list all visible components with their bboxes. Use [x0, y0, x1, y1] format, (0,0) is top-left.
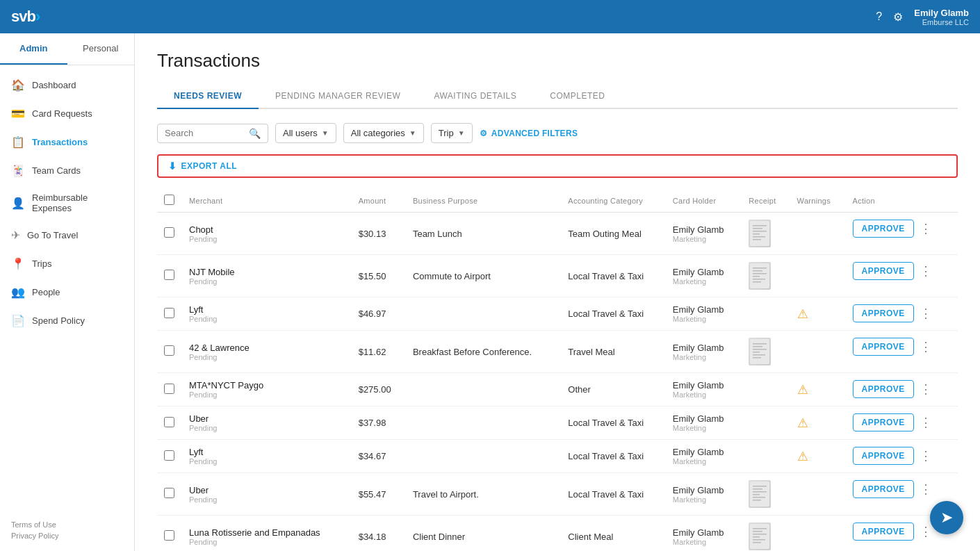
card-holder-name: Emily Glamb — [673, 304, 735, 315]
home-icon: 🏠 — [11, 79, 25, 92]
svg-rect-8 — [753, 268, 767, 269]
help-icon[interactable]: ? — [876, 10, 882, 23]
more-options-button[interactable]: ⋮ — [917, 306, 935, 321]
approve-button[interactable]: APPROVE — [853, 262, 914, 280]
svg-rect-4 — [753, 233, 760, 235]
row-checkbox[interactable] — [164, 345, 174, 356]
privacy-link[interactable]: Privacy Policy — [11, 532, 123, 540]
filter-bar: 🔍 All users ▼ All categories ▼ Trip ▼ ⚙ … — [157, 123, 958, 143]
svg-rect-18 — [753, 352, 760, 353]
approve-button[interactable]: APPROVE — [853, 523, 914, 541]
approve-button[interactable]: APPROVE — [853, 480, 914, 498]
advanced-filters-label: ADVANCED FILTERS — [491, 129, 578, 138]
sidebar-tab-personal[interactable]: Personal — [67, 33, 135, 65]
sidebar-item-spend-policy[interactable]: 📄 Spend Policy — [0, 306, 134, 335]
users-dropdown[interactable]: All users ▼ — [275, 123, 336, 143]
svg-rect-3 — [753, 231, 767, 232]
tab-awaiting-details[interactable]: AWAITING DETAILS — [417, 84, 533, 109]
card-holder-name: Emily Glamb — [673, 413, 735, 424]
merchant-name: Lyft — [189, 447, 345, 457]
user-menu[interactable]: Emily Glamb Emburse LLC — [914, 8, 969, 26]
row-checkbox[interactable] — [164, 417, 174, 427]
merchant-name: Uber — [189, 485, 345, 495]
business-purpose — [406, 406, 561, 440]
approve-button[interactable]: APPROVE — [853, 380, 914, 398]
pending-status: Pending — [189, 315, 345, 323]
export-all-button[interactable]: ⬇ EXPORT ALL — [157, 154, 958, 178]
card-holder-dept: Marketing — [673, 495, 735, 504]
accounting-category: Local Travel & Taxi — [561, 406, 666, 440]
row-checkbox[interactable] — [164, 384, 174, 394]
logo: svb› — [11, 8, 40, 26]
table-row: NJT MobilePending$15.50Commute to Airpor… — [157, 255, 958, 297]
search-box[interactable]: 🔍 — [157, 124, 268, 143]
receipt-thumbnail[interactable] — [749, 523, 771, 550]
approve-button[interactable]: APPROVE — [853, 413, 914, 431]
more-options-button[interactable]: ⋮ — [917, 263, 935, 279]
sidebar-item-people[interactable]: 👥 People — [0, 278, 134, 306]
receipt-thumbnail[interactable] — [749, 220, 771, 247]
chat-fab-button[interactable]: ➤ — [930, 501, 963, 534]
row-checkbox[interactable] — [164, 227, 174, 238]
sidebar-item-card-requests[interactable]: 💳 Card Requests — [0, 99, 134, 128]
chevron-down-icon: ▼ — [409, 129, 416, 137]
receipt-thumbnail[interactable] — [749, 338, 771, 365]
sidebar-tab-admin[interactable]: Admin — [0, 33, 67, 65]
accounting-category: Other — [561, 373, 666, 406]
transaction-amount: $15.50 — [359, 271, 386, 281]
more-options-button[interactable]: ⋮ — [917, 381, 935, 397]
tab-completed[interactable]: COMPLETED — [533, 84, 621, 109]
warning-icon: ⚠ — [797, 383, 808, 397]
select-all-checkbox[interactable] — [164, 195, 174, 205]
sidebar-item-team-cards[interactable]: 🃏 Team Cards — [0, 156, 134, 185]
approve-button[interactable]: APPROVE — [853, 304, 914, 322]
accounting-category: Client Meal — [561, 516, 666, 552]
sidebar-item-dashboard[interactable]: 🏠 Dashboard — [0, 71, 134, 99]
sidebar-item-trips[interactable]: 📍 Trips — [0, 249, 134, 278]
settings-icon[interactable]: ⚙ — [893, 10, 903, 24]
row-checkbox[interactable] — [164, 488, 174, 498]
approve-button[interactable]: APPROVE — [853, 447, 914, 465]
pending-status: Pending — [189, 390, 345, 399]
card-holder-dept: Marketing — [673, 277, 735, 286]
row-checkbox[interactable] — [164, 450, 174, 461]
tab-needs-review[interactable]: NEEDS REVIEW — [157, 84, 259, 109]
merchant-name: Uber — [189, 413, 345, 424]
top-nav-right: ? ⚙ Emily Glamb Emburse LLC — [876, 8, 969, 26]
transaction-amount: $275.00 — [359, 384, 391, 395]
categories-dropdown[interactable]: All categories ▼ — [343, 123, 424, 143]
more-options-button[interactable]: ⋮ — [917, 339, 935, 354]
tab-pending-manager-review[interactable]: PENDING MANAGER REVIEW — [259, 84, 417, 109]
advanced-filters-btn[interactable]: ⚙ ADVANCED FILTERS — [480, 129, 578, 138]
business-purpose: Travel to Airport. — [406, 473, 561, 516]
more-options-button[interactable]: ⋮ — [917, 448, 935, 463]
approve-button[interactable]: APPROVE — [853, 220, 914, 238]
terms-link[interactable]: Terms of Use — [11, 520, 123, 529]
sidebar-item-transactions[interactable]: 📋 Transactions — [0, 128, 134, 156]
search-input[interactable] — [165, 128, 249, 138]
row-checkbox[interactable] — [164, 530, 174, 541]
row-checkbox[interactable] — [164, 308, 174, 318]
row-checkbox[interactable] — [164, 270, 174, 280]
receipt-thumbnail[interactable] — [749, 480, 771, 508]
more-options-button[interactable]: ⋮ — [917, 221, 935, 236]
transaction-amount: $46.97 — [359, 309, 386, 319]
sidebar-item-go-to-travel[interactable]: ✈ Go To Travel — [0, 221, 134, 249]
card-holder-dept: Marketing — [673, 353, 735, 361]
svg-rect-34 — [753, 542, 761, 543]
warning-icon: ⚠ — [797, 307, 808, 321]
svg-rect-15 — [753, 343, 767, 345]
receipt-thumbnail[interactable] — [749, 262, 771, 290]
sidebar-item-reimbursable-expenses[interactable]: 👤 Reimbursable Expenses — [0, 185, 134, 221]
people-icon: 👥 — [11, 286, 25, 299]
pending-status: Pending — [189, 538, 345, 546]
col-merchant: Merchant — [182, 189, 352, 213]
approve-button[interactable]: APPROVE — [853, 338, 914, 356]
accounting-category: Team Outing Meal — [561, 213, 666, 255]
merchant-name: NJT Mobile — [189, 267, 345, 277]
transaction-amount: $34.18 — [359, 532, 386, 542]
business-purpose — [406, 373, 561, 406]
more-options-button[interactable]: ⋮ — [917, 415, 935, 430]
more-options-button[interactable]: ⋮ — [917, 482, 935, 497]
trip-dropdown[interactable]: Trip ▼ — [431, 123, 473, 143]
